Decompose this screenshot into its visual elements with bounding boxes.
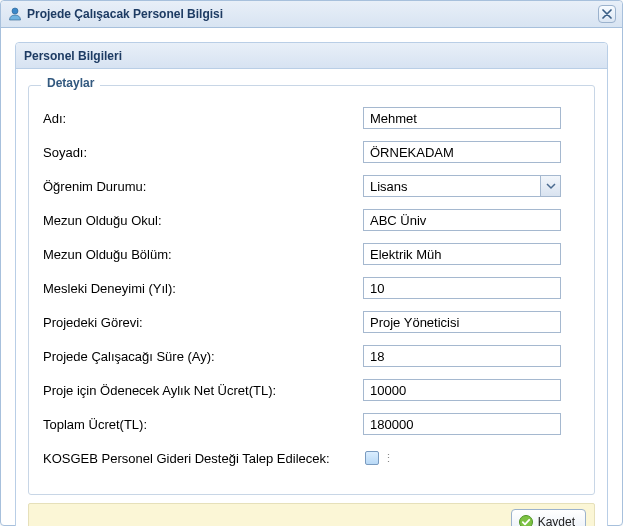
panel: Personel Bilgileri Detaylar Adı: Soyadı:… xyxy=(15,42,608,526)
duration-input[interactable] xyxy=(363,345,561,367)
details-fieldset: Detaylar Adı: Soyadı: Öğrenim Durumu: Li… xyxy=(28,85,595,495)
person-icon xyxy=(7,6,23,22)
label-kosgeb: KOSGEB Personel Gideri Desteği Talep Edi… xyxy=(43,451,363,466)
role-input[interactable] xyxy=(363,311,561,333)
label-role: Projedeki Görevi: xyxy=(43,315,363,330)
label-total: Toplam Ücret(TL): xyxy=(43,417,363,432)
label-school: Mezun Olduğu Okul: xyxy=(43,213,363,228)
label-department: Mezun Olduğu Bölüm: xyxy=(43,247,363,262)
fieldset-legend: Detaylar xyxy=(41,76,100,90)
save-button-label: Kaydet xyxy=(538,515,575,526)
row-kosgeb: KOSGEB Personel Gideri Desteği Talep Edi… xyxy=(43,446,580,470)
row-name: Adı: xyxy=(43,106,580,130)
row-department: Mezun Olduğu Bölüm: xyxy=(43,242,580,266)
row-role: Projedeki Görevi: xyxy=(43,310,580,334)
department-input[interactable] xyxy=(363,243,561,265)
row-surname: Soyadı: xyxy=(43,140,580,164)
name-input[interactable] xyxy=(363,107,561,129)
label-experience: Mesleki Deneyimi (Yıl): xyxy=(43,281,363,296)
row-experience: Mesleki Deneyimi (Yıl): xyxy=(43,276,580,300)
label-education: Öğrenim Durumu: xyxy=(43,179,363,194)
label-monthly: Proje için Ödenecek Aylık Net Ücret(TL): xyxy=(43,383,363,398)
chevron-down-icon xyxy=(546,181,556,191)
education-value: Lisans xyxy=(364,176,540,196)
education-dropdown-button[interactable] xyxy=(540,176,560,196)
row-education: Öğrenim Durumu: Lisans xyxy=(43,174,580,198)
dialog-window: Projede Çalışacak Personel Bilgisi Perso… xyxy=(0,0,623,526)
row-school: Mezun Olduğu Okul: xyxy=(43,208,580,232)
total-input[interactable] xyxy=(363,413,561,435)
resize-handle-icon: ⋮ xyxy=(383,452,395,465)
kosgeb-checkbox[interactable] xyxy=(365,451,379,465)
footer-bar: Kaydet xyxy=(28,503,595,526)
label-name: Adı: xyxy=(43,111,363,126)
row-total: Toplam Ücret(TL): xyxy=(43,412,580,436)
row-monthly: Proje için Ödenecek Aylık Net Ücret(TL): xyxy=(43,378,580,402)
close-button[interactable] xyxy=(598,5,616,23)
check-circle-icon xyxy=(518,514,534,526)
education-select[interactable]: Lisans xyxy=(363,175,561,197)
monthly-input[interactable] xyxy=(363,379,561,401)
label-duration: Projede Çalışacağı Süre (Ay): xyxy=(43,349,363,364)
svg-point-0 xyxy=(12,8,18,14)
save-button[interactable]: Kaydet xyxy=(511,509,586,526)
titlebar: Projede Çalışacak Personel Bilgisi xyxy=(1,1,622,28)
row-duration: Projede Çalışacağı Süre (Ay): xyxy=(43,344,580,368)
window-title: Projede Çalışacak Personel Bilgisi xyxy=(27,7,598,21)
label-surname: Soyadı: xyxy=(43,145,363,160)
close-icon xyxy=(602,9,612,19)
panel-title: Personel Bilgileri xyxy=(16,43,607,69)
experience-input[interactable] xyxy=(363,277,561,299)
school-input[interactable] xyxy=(363,209,561,231)
surname-input[interactable] xyxy=(363,141,561,163)
